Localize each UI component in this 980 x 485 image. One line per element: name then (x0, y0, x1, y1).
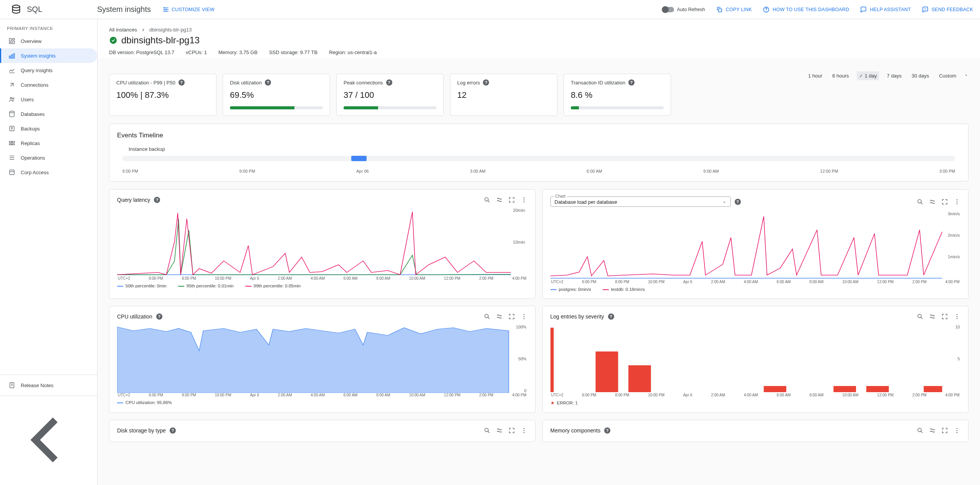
fullscreen-icon[interactable] (941, 198, 948, 205)
timeline-event-backup[interactable] (351, 156, 366, 161)
stat-card-0[interactable]: CPU utilization - P99 | P50 ?100% | 87.3… (109, 74, 216, 116)
brand[interactable]: SQL (11, 4, 97, 15)
sidebar-item-users[interactable]: Users (0, 92, 97, 107)
help-icon[interactable]: ? (156, 313, 162, 320)
customize-view-button[interactable]: CUSTOMIZE VIEW (162, 6, 215, 13)
time-range-6-hours[interactable]: 6 hours (830, 71, 851, 80)
help-icon[interactable]: ? (178, 79, 185, 86)
sidebar-item-replicas[interactable]: Replicas (0, 136, 97, 150)
time-range-30-days[interactable]: 30 days (909, 71, 932, 80)
stat-bar (571, 106, 664, 109)
svg-point-73 (523, 428, 524, 429)
auto-refresh-toggle[interactable]: Auto Refresh (663, 7, 705, 12)
legend-item[interactable]: CPU utilization: 95.86% (117, 400, 172, 405)
backup-icon (8, 125, 15, 132)
chart-legend: 50th percentile: 0min95th percentile: 0.… (117, 284, 527, 288)
stat-value: 100% | 87.3% (116, 90, 209, 100)
more-icon[interactable] (521, 427, 527, 434)
breadcrumb-current: dbinsights-blr-pg13 (149, 27, 192, 33)
legend-item[interactable]: ★ERROR: 1 (550, 400, 578, 406)
sidebar-collapse-button[interactable] (0, 396, 97, 485)
legend-item[interactable]: testdb: 0.18min/s (603, 287, 645, 292)
chart-plot-area[interactable]: 3min/s 2min/s 1min/s (550, 211, 961, 280)
help-icon[interactable]: ? (608, 313, 614, 320)
sidebar-item-corp-access[interactable]: Corp Access (0, 165, 97, 180)
legend-item[interactable]: 95th percentile: 0.01min (178, 284, 234, 288)
help-assistant-button[interactable]: HELP ASSISTANT (860, 6, 911, 13)
chart-plot-area[interactable]: 10 5 (550, 324, 961, 393)
zoom-icon[interactable] (917, 427, 924, 434)
sidebar-item-system-insights[interactable]: System insights (0, 48, 97, 63)
help-icon[interactable]: ? (735, 199, 741, 205)
svg-rect-70 (924, 386, 942, 392)
time-range-1-hour[interactable]: 1 hour (806, 71, 825, 80)
svg-point-75 (523, 432, 524, 433)
operations-icon (8, 154, 15, 161)
chart-plot-area[interactable]: 100% 50% 0 (117, 324, 527, 393)
stat-card-1[interactable]: Disk utilization ?69.5% (223, 74, 330, 116)
zoom-icon[interactable] (484, 313, 491, 320)
zoom-icon[interactable] (484, 427, 491, 434)
zoom-icon[interactable] (484, 196, 491, 203)
help-icon[interactable]: ? (483, 79, 489, 86)
fullscreen-icon[interactable] (508, 313, 515, 320)
legend-toggle-icon[interactable] (929, 427, 936, 434)
legend-item[interactable]: 99th percentile: 0.05min (245, 284, 301, 288)
page-header-title: System insights (97, 5, 151, 14)
legend-toggle-icon[interactable] (496, 427, 503, 434)
time-range-custom[interactable]: Custom (937, 71, 959, 80)
sidebar-item-connections[interactable]: Connections (0, 78, 97, 92)
svg-text:2min/s: 2min/s (947, 233, 959, 238)
fullscreen-icon[interactable] (508, 196, 515, 203)
help-icon[interactable]: ? (170, 427, 176, 434)
more-icon[interactable] (954, 427, 960, 434)
chart-legend: postgres: 0min/stestdb: 0.18min/s (550, 287, 961, 292)
help-icon[interactable]: ? (386, 79, 392, 86)
copy-link-button[interactable]: COPY LINK (716, 6, 752, 13)
stat-card-3[interactable]: Log errors ?12 (450, 74, 557, 116)
sidebar-item-backups[interactable]: Backups (0, 121, 97, 136)
help-icon[interactable]: ? (265, 79, 271, 86)
fullscreen-icon[interactable] (941, 427, 948, 434)
stat-card-2[interactable]: Peak connections ?37 / 100 (336, 74, 444, 116)
top-bar: SQL System insights CUSTOMIZE VIEW Auto … (0, 0, 980, 19)
more-icon[interactable] (521, 196, 527, 203)
help-icon[interactable]: ? (154, 197, 160, 203)
legend-toggle-icon[interactable] (496, 313, 503, 320)
zoom-icon[interactable] (917, 313, 924, 320)
fullscreen-icon[interactable] (941, 313, 948, 320)
legend-item[interactable]: 50th percentile: 0min (117, 284, 167, 288)
svg-point-80 (957, 432, 958, 433)
time-range-7-days[interactable]: 7 days (884, 71, 904, 80)
sidebar-item-operations[interactable]: Operations (0, 150, 97, 165)
how-to-use-button[interactable]: HOW TO USE THIS DASHBOARD (763, 6, 849, 13)
help-icon[interactable]: ? (628, 79, 635, 86)
dashboard-icon (8, 38, 15, 45)
legend-toggle-icon[interactable] (929, 313, 936, 320)
chart-plot-area[interactable]: 20min 10min (117, 207, 527, 276)
time-range-1-day[interactable]: ✓1 day (857, 71, 879, 80)
chart-select[interactable]: Chart Database load per database (550, 196, 731, 207)
sidebar-release-notes[interactable]: Release Notes (0, 378, 97, 393)
fullscreen-icon[interactable] (508, 427, 515, 434)
legend-toggle-icon[interactable] (929, 198, 936, 205)
help-icon[interactable]: ? (604, 427, 610, 434)
legend-toggle-icon[interactable] (496, 196, 503, 203)
timeline-axis: 6:00 PM9:00 PMApr 063:00 AM6:00 AM9:00 A… (122, 169, 955, 173)
timeline-track[interactable] (122, 156, 955, 161)
zoom-icon[interactable] (917, 198, 924, 205)
sidebar-item-query-insights[interactable]: Query insights (0, 63, 97, 78)
send-feedback-button[interactable]: SEND FEEDBACK (922, 6, 973, 13)
sidebar-item-databases[interactable]: Databases (0, 107, 97, 121)
chart-title: Query latency (117, 197, 150, 203)
more-icon[interactable] (954, 198, 960, 205)
svg-point-35 (523, 200, 524, 201)
svg-point-6 (766, 11, 767, 12)
breadcrumb-root[interactable]: All instances (109, 27, 137, 33)
more-icon[interactable] (954, 313, 960, 320)
sidebar-item-overview[interactable]: Overview (0, 34, 97, 48)
more-icon[interactable] (521, 313, 527, 320)
legend-item[interactable]: postgres: 0min/s (550, 287, 591, 292)
stat-card-4[interactable]: Transaction ID utilization ?8.6 % (564, 74, 671, 116)
stat-bar (230, 106, 323, 109)
